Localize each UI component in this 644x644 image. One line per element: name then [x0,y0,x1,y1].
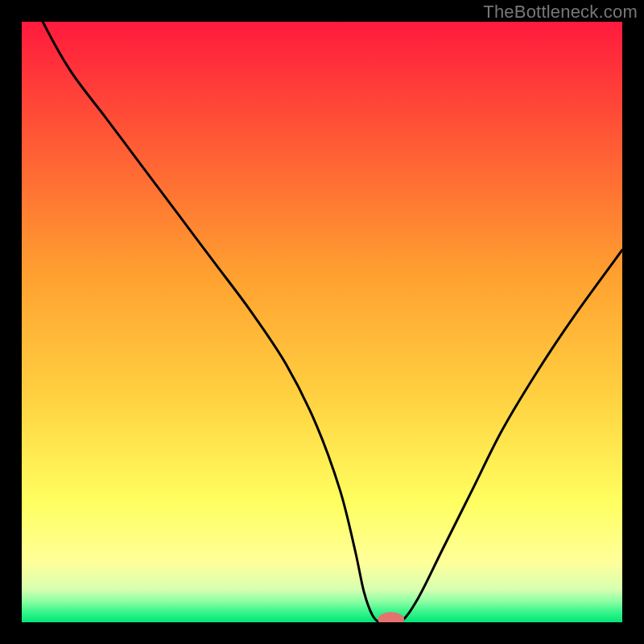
watermark-text: TheBottleneck.com [483,2,638,23]
bottleneck-chart [22,22,622,622]
chart-frame: TheBottleneck.com [0,0,644,644]
gradient-background [22,22,622,622]
plot-area [22,22,622,622]
